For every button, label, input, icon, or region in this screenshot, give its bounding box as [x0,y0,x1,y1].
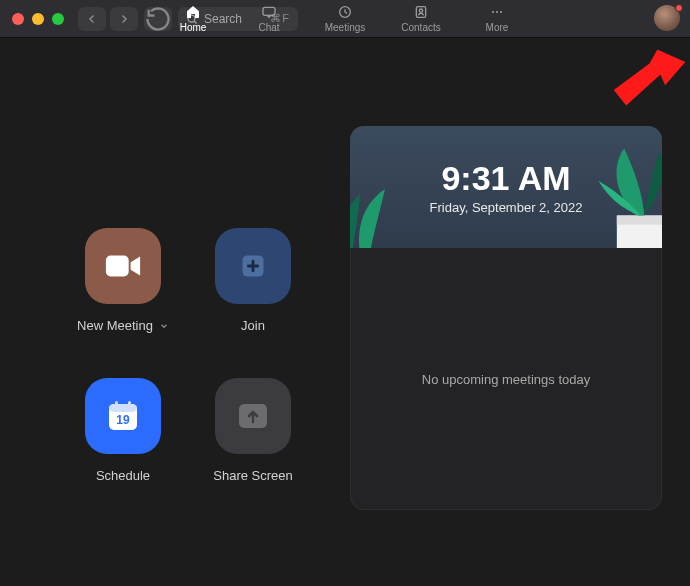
top-tabs: Home Chat Meetings Contacts More [172,0,518,37]
tab-chat[interactable]: Chat [248,4,290,33]
chat-icon [260,4,278,20]
empty-message: No upcoming meetings today [422,372,590,387]
nav-back-button[interactable] [78,7,106,31]
clock-hero: 9:31 AM Friday, September 2, 2022 [350,126,662,248]
history-button[interactable] [144,7,172,31]
tile-label: New Meeting [77,318,153,333]
tab-label: Contacts [401,22,440,33]
svg-rect-13 [115,401,118,408]
tile-label: Schedule [96,468,150,483]
window-zoom-button[interactable] [52,13,64,25]
share-screen-tile[interactable]: Share Screen [213,378,293,483]
svg-rect-18 [617,216,662,225]
profile-avatar[interactable] [654,5,682,33]
plant-decoration [560,144,662,248]
home-icon [184,4,202,20]
upcoming-list: No upcoming meetings today [350,248,662,510]
tab-contacts[interactable]: Contacts [400,4,442,33]
svg-point-6 [492,11,494,13]
schedule-tile[interactable]: 19 Schedule [85,378,161,483]
plus-icon [215,228,291,304]
tab-label: Meetings [325,22,366,33]
tab-label: Chat [258,22,279,33]
more-icon [488,4,506,20]
clock-icon [336,4,354,20]
share-screen-icon [215,378,291,454]
join-tile[interactable]: Join [215,228,291,333]
contacts-icon [412,4,430,20]
nav-forward-button[interactable] [110,7,138,31]
svg-rect-9 [106,256,129,277]
svg-point-5 [419,9,422,12]
tab-label: More [486,22,509,33]
window-minimize-button[interactable] [32,13,44,25]
svg-rect-12 [109,404,137,412]
current-time: 9:31 AM [441,159,570,198]
window-close-button[interactable] [12,13,24,25]
main-content: New Meeting Join 19 [0,38,690,586]
new-meeting-tile[interactable]: New Meeting [77,228,169,333]
home-info-pane: 9:31 AM Friday, September 2, 2022 No upc… [350,38,690,586]
svg-rect-2 [263,7,275,15]
video-icon [85,228,161,304]
tile-label: Join [241,318,265,333]
tab-home[interactable]: Home [172,4,214,33]
home-actions-pane: New Meeting Join 19 [0,38,350,586]
chevron-down-icon[interactable] [159,321,169,331]
window-controls [12,13,64,25]
svg-point-8 [500,11,502,13]
tab-label: Home [180,22,207,33]
svg-text:19: 19 [116,413,130,427]
window-titlebar: Search ⌘F Home Chat Meetings Contacts Mo… [0,0,690,38]
plant-decoration [350,174,400,248]
upcoming-card: 9:31 AM Friday, September 2, 2022 No upc… [350,126,662,510]
tab-more[interactable]: More [476,4,518,33]
svg-point-7 [496,11,498,13]
status-indicator [675,4,683,12]
svg-rect-14 [128,401,131,408]
calendar-icon: 19 [85,378,161,454]
tab-meetings[interactable]: Meetings [324,4,366,33]
tile-label: Share Screen [213,468,293,483]
